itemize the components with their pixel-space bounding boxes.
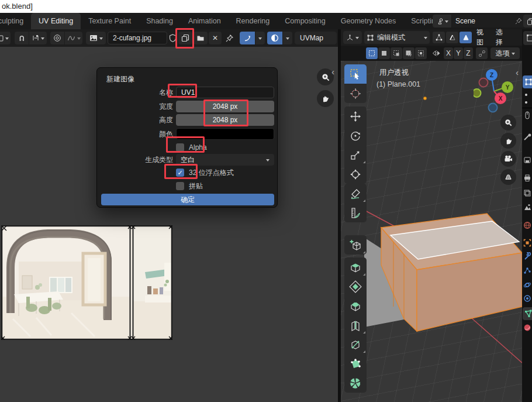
vp-camera-button[interactable] [500, 151, 516, 167]
menu-view[interactable]: 视图 [474, 31, 492, 44]
tool-inset-faces[interactable] [344, 277, 367, 296]
tab-texture-paint[interactable]: Texture Paint [81, 13, 139, 29]
select-tool-subtract-button[interactable] [403, 47, 414, 59]
chevron-down-icon [5, 37, 9, 42]
tool-poly-build[interactable] [344, 354, 367, 373]
mirror-x-button[interactable]: X [444, 47, 453, 59]
height-slider[interactable]: 2048 px [176, 114, 274, 126]
overlays-toggle-button[interactable] [267, 32, 282, 44]
image-browse-button[interactable] [86, 32, 106, 44]
float32-checkbox[interactable]: ✓ [176, 169, 184, 177]
editor-type-button[interactable] [0, 32, 11, 44]
select-tool-extend-button[interactable] [391, 47, 402, 59]
width-slider[interactable]: 2048 px [176, 101, 274, 112]
props-tab-object-data[interactable] [523, 307, 532, 320]
navigation-gizmo[interactable]: Z Y X [474, 65, 520, 118]
mode-dropdown[interactable]: 编辑模式 [364, 31, 430, 44]
props-tab-modifiers-icon[interactable] [523, 252, 532, 261]
tab-compositing[interactable]: Compositing [277, 13, 333, 29]
folder-icon [196, 34, 205, 42]
viewport-canvas[interactable]: 用户透视 (1) Plane.001 Z Y X ‹ [341, 61, 522, 402]
tool-annotate[interactable] [344, 184, 367, 203]
snap-toggle-button[interactable] [15, 32, 29, 44]
mirror-z-button[interactable]: Z [464, 47, 473, 59]
fake-user-button[interactable] [168, 32, 177, 44]
tool-measure[interactable] [344, 203, 367, 222]
overlay-options-dropdown[interactable] [283, 32, 292, 44]
tool-loop-cut[interactable] [344, 315, 367, 335]
props-tab-output-icon[interactable] [523, 156, 532, 165]
pin-image-button[interactable] [223, 32, 235, 44]
options-dropdown[interactable]: 选项 [490, 47, 520, 59]
tab-rendering[interactable]: Rendering [229, 13, 278, 29]
tool-transform[interactable] [344, 164, 367, 184]
tool-move[interactable] [344, 106, 367, 126]
mirror-button[interactable] [430, 47, 443, 59]
props-tab-world-icon[interactable] [523, 221, 532, 230]
props-tab-active-tool[interactable] [523, 75, 532, 88]
scene-name-field[interactable]: Scene [452, 15, 526, 28]
tab-sculpting[interactable]: culpting [0, 13, 31, 29]
props-tab-object-icon[interactable] [523, 239, 532, 248]
tool-select-box[interactable] [344, 64, 367, 84]
vp-pan-button[interactable] [500, 133, 516, 149]
select-mode-edge-button[interactable] [446, 32, 458, 43]
name-input[interactable]: UV1 [176, 87, 274, 98]
pin-icon[interactable] [515, 18, 522, 25]
falloff-dropdown[interactable] [65, 32, 82, 44]
properties-editor-type-button[interactable] [523, 31, 532, 45]
select-tool-tweak-button[interactable] [366, 47, 378, 59]
new-image-button[interactable] [178, 32, 192, 44]
tool-knife[interactable] [344, 335, 367, 354]
props-tab-material-icon[interactable] [523, 324, 532, 332]
props-tab-physics-icon[interactable] [523, 281, 532, 290]
uv-sidebar-collapse-arrow[interactable]: ‹ [331, 69, 334, 75]
scene-browse-button[interactable] [433, 15, 451, 28]
new-scene-button[interactable] [523, 15, 532, 28]
alpha-checkbox[interactable] [176, 143, 184, 152]
tool-bevel[interactable] [344, 296, 367, 315]
select-tool-box-button[interactable] [378, 47, 390, 59]
tool-scale[interactable] [344, 145, 367, 164]
mirror-y-button[interactable]: Y [454, 47, 463, 59]
props-tab-tool-icon[interactable] [523, 111, 532, 120]
tool-extrude-region[interactable] [344, 257, 367, 277]
select-mode-face-button[interactable] [460, 32, 472, 43]
snap-uvs-button[interactable] [476, 47, 488, 59]
snap-target-dropdown[interactable] [29, 32, 47, 44]
menu-select[interactable]: 选择 [493, 31, 511, 44]
vp-sidebar-collapse-arrow[interactable]: ‹ [516, 70, 519, 75]
object-origin-dot [423, 97, 426, 99]
open-image-button[interactable] [194, 32, 208, 44]
color-swatch[interactable] [176, 128, 274, 140]
editor-type-button[interactable] [343, 31, 362, 44]
generated-type-dropdown[interactable]: 空白 [176, 154, 274, 166]
ok-button[interactable]: 确定 [101, 194, 274, 205]
gizmo-toggle-button[interactable] [240, 32, 255, 44]
gizmo-options-dropdown[interactable] [255, 32, 265, 44]
tab-geometry-nodes[interactable]: Geometry Nodes [333, 13, 403, 29]
select-tool-intersect-button[interactable] [415, 47, 427, 59]
vp-ortho-grid-button[interactable] [500, 169, 516, 185]
props-tab-particles-icon[interactable] [523, 266, 532, 275]
image-name-field[interactable]: 2-cufang.jpg [108, 32, 167, 44]
tiled-checkbox[interactable] [176, 182, 184, 190]
select-mode-vertex-button[interactable] [433, 32, 445, 43]
tab-animation[interactable]: Animation [181, 13, 229, 29]
unlink-image-button[interactable]: ✕ [209, 32, 222, 44]
props-tab-view-layer-icon[interactable] [523, 189, 532, 198]
tool-3d-cursor[interactable] [344, 84, 367, 103]
tool-spin[interactable] [344, 373, 367, 393]
tab-uv-editing[interactable]: UV Editing [31, 13, 81, 29]
uvmap-selector[interactable]: UVMap [295, 32, 337, 44]
vp-zoom-button[interactable] [500, 115, 516, 130]
props-tab-constraints-icon[interactable] [523, 294, 532, 303]
uv-pan-button[interactable] [317, 90, 334, 107]
props-tab-render-icon[interactable] [523, 133, 532, 142]
proportional-editing-button[interactable] [50, 32, 64, 44]
tab-shading[interactable]: Shading [139, 13, 181, 29]
props-tab-scene-icon[interactable] [523, 203, 532, 212]
props-tab-printer-icon[interactable] [523, 174, 532, 183]
tool-rotate[interactable] [344, 126, 367, 145]
tool-add-cube[interactable] [344, 235, 367, 255]
